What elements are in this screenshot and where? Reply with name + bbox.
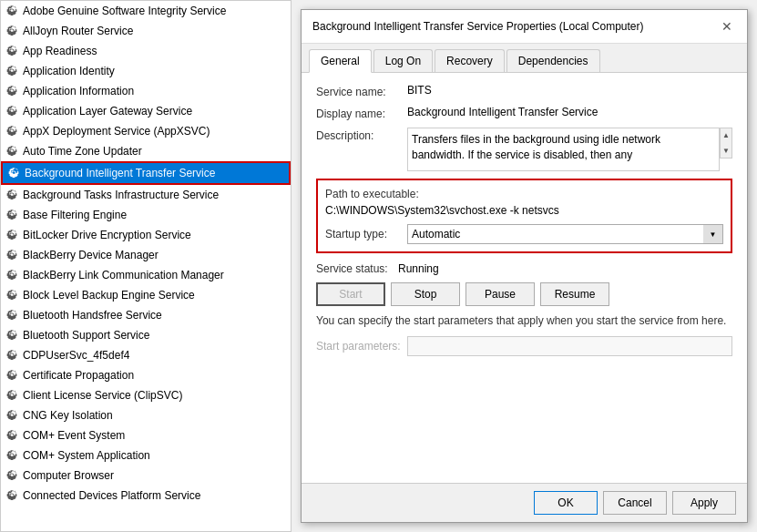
params-row: Start parameters:: [316, 336, 732, 356]
gear-icon: [5, 368, 19, 383]
gear-icon: [5, 288, 19, 302]
resume-button[interactable]: Resume: [540, 282, 609, 306]
status-section: Service status: Running Start Stop Pause…: [316, 262, 732, 356]
service-list-item[interactable]: Application Identity: [1, 61, 291, 81]
service-list-item[interactable]: Certificate Propagation: [1, 365, 291, 385]
service-list-item[interactable]: Client License Service (ClipSVC): [1, 385, 291, 405]
path-label: Path to executable:: [325, 188, 723, 200]
service-list-item[interactable]: Computer Browser: [1, 466, 291, 486]
service-list-item[interactable]: AppX Deployment Service (AppXSVC): [1, 121, 291, 141]
service-item-label: AllJoyn Router Service: [23, 25, 133, 37]
status-label: Service status:: [316, 262, 398, 275]
gear-icon: [5, 84, 19, 98]
gear-icon: [6, 166, 21, 180]
service-list-item[interactable]: COM+ System Application: [1, 445, 291, 466]
description-value-wrapper: Transfers files in the background using …: [407, 128, 732, 171]
tab-recovery[interactable]: Recovery: [435, 49, 505, 72]
ok-button[interactable]: OK: [534, 491, 598, 515]
tab-dependencies[interactable]: Dependencies: [506, 49, 600, 72]
service-item-label: Background Tasks Infrastructure Service: [23, 189, 219, 201]
service-item-label: Base Filtering Engine: [23, 209, 127, 221]
service-list-item[interactable]: Bluetooth Handsfree Service: [1, 305, 291, 325]
service-list-item[interactable]: BitLocker Drive Encryption Service: [1, 225, 291, 245]
path-startup-section: Path to executable: C:\WINDOWS\System32\…: [316, 179, 732, 253]
dialog-footer: OK Cancel Apply: [302, 483, 747, 522]
cancel-button[interactable]: Cancel: [603, 491, 667, 515]
startup-label: Startup type:: [325, 228, 407, 240]
service-item-label: BlackBerry Link Communication Manager: [23, 269, 224, 281]
service-list-item[interactable]: Bluetooth Support Service: [1, 325, 291, 345]
gear-icon: [5, 428, 19, 443]
service-list-item[interactable]: BlackBerry Device Manager: [1, 245, 291, 265]
service-item-label: Bluetooth Support Service: [23, 329, 149, 342]
service-item-label: Computer Browser: [23, 469, 114, 482]
description-row: Description: Transfers files in the back…: [316, 128, 732, 171]
service-list-item[interactable]: Base Filtering Engine: [1, 205, 291, 225]
startup-type-select[interactable]: Automatic Manual Disabled Automatic (Del…: [407, 224, 723, 244]
service-list-item[interactable]: Background Tasks Infrastructure Service: [1, 185, 291, 205]
status-value: Running: [398, 262, 439, 275]
service-list-item[interactable]: Application Layer Gateway Service: [1, 101, 291, 121]
gear-icon: [5, 328, 19, 343]
service-item-label: Certificate Propagation: [23, 369, 134, 382]
tabs-bar: General Log On Recovery Dependencies: [302, 44, 747, 73]
service-list-item[interactable]: AllJoyn Router Service: [1, 21, 291, 41]
service-item-label: Application Layer Gateway Service: [23, 105, 192, 118]
service-item-label: Application Information: [23, 85, 134, 97]
description-text[interactable]: Transfers files in the background using …: [407, 128, 720, 171]
service-list-item[interactable]: BlackBerry Link Communication Manager: [1, 265, 291, 285]
params-label: Start parameters:: [316, 340, 407, 353]
close-button[interactable]: ✕: [718, 17, 736, 36]
gear-icon: [5, 448, 19, 463]
description-scrollbar[interactable]: ▲ ▼: [720, 128, 732, 159]
service-item-label: AppX Deployment Service (AppXSVC): [23, 125, 210, 138]
service-item-label: BitLocker Drive Encryption Service: [23, 229, 191, 241]
services-list[interactable]: Adobe Genuine Software Integrity Service…: [0, 0, 292, 532]
service-item-label: Auto Time Zone Updater: [23, 145, 142, 158]
params-input[interactable]: [407, 336, 732, 356]
service-list-item[interactable]: Connected Devices Platform Service: [1, 486, 291, 506]
service-item-label: App Readiness: [23, 45, 97, 57]
info-text: You can specify the start parameters tha…: [316, 313, 732, 329]
service-name-value: BITS: [407, 84, 732, 97]
service-list-item[interactable]: Block Level Backup Engine Service: [1, 285, 291, 305]
service-item-label: BlackBerry Device Manager: [23, 249, 159, 261]
service-list-item[interactable]: Auto Time Zone Updater: [1, 141, 291, 161]
service-list-item[interactable]: App Readiness: [1, 41, 291, 61]
status-row: Service status: Running: [316, 262, 732, 275]
service-list-item[interactable]: CDPUserSvc_4f5def4: [1, 345, 291, 365]
service-name-label: Service name:: [316, 84, 407, 98]
dialog-content: Service name: BITS Display name: Backgro…: [302, 73, 747, 483]
properties-dialog: Background Intelligent Transfer Service …: [301, 9, 748, 523]
start-button[interactable]: Start: [316, 282, 385, 306]
service-item-label: COM+ Event System: [23, 429, 125, 442]
service-list-item[interactable]: CNG Key Isolation: [1, 405, 291, 425]
service-list-item[interactable]: Adobe Genuine Software Integrity Service: [1, 1, 291, 21]
service-list-item[interactable]: COM+ Event System: [1, 425, 291, 445]
service-list-item[interactable]: Background Intelligent Transfer Service: [1, 161, 291, 185]
startup-row: Startup type: Automatic Manual Disabled …: [325, 224, 723, 244]
gear-icon: [5, 124, 19, 138]
description-label: Description:: [316, 128, 407, 142]
service-list-item[interactable]: Application Information: [1, 81, 291, 101]
gear-icon: [5, 104, 19, 118]
gear-icon: [5, 144, 19, 159]
display-name-value: Background Intelligent Transfer Service: [407, 106, 732, 118]
stop-button[interactable]: Stop: [391, 282, 460, 306]
gear-icon: [5, 4, 19, 18]
service-control-buttons: Start Stop Pause Resume: [316, 282, 732, 306]
apply-button[interactable]: Apply: [672, 491, 736, 515]
pause-button[interactable]: Pause: [465, 282, 535, 306]
tab-logon[interactable]: Log On: [373, 49, 433, 72]
tab-general[interactable]: General: [309, 49, 372, 73]
scroll-up-icon[interactable]: ▲: [721, 129, 731, 141]
service-item-label: COM+ System Application: [23, 449, 150, 462]
service-item-label: CDPUserSvc_4f5def4: [23, 349, 129, 362]
gear-icon: [5, 64, 19, 78]
service-item-label: Adobe Genuine Software Integrity Service: [23, 5, 226, 17]
gear-icon: [5, 188, 19, 202]
gear-icon: [5, 268, 19, 282]
startup-type-wrapper[interactable]: Automatic Manual Disabled Automatic (Del…: [407, 224, 723, 244]
gear-icon: [5, 468, 19, 483]
scroll-down-icon[interactable]: ▼: [721, 145, 731, 157]
